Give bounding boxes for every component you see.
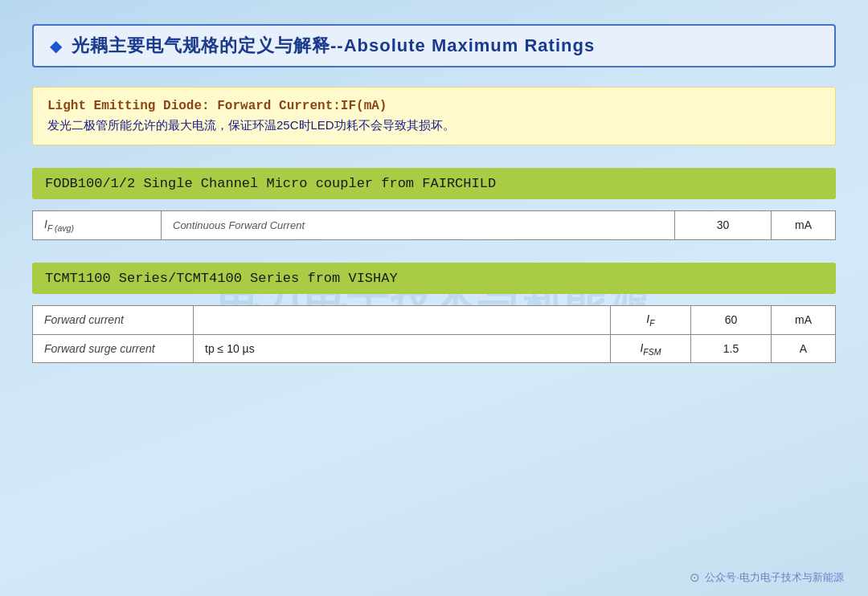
vishay-row1-description <box>194 305 611 334</box>
fairchild-unit: mA <box>772 211 836 240</box>
info-box: Light Emitting Diode: Forward Current:IF… <box>32 87 836 145</box>
fairchild-section-label: FODB100/1/2 Single Channel Micro coupler… <box>32 168 836 199</box>
fairchild-value: 30 <box>675 211 772 240</box>
table-row: Forward surge current tp ≤ 10 µs IFSM 1.… <box>33 334 836 363</box>
vishay-section-label: TCMT1100 Series/TCMT4100 Series from VIS… <box>32 263 836 294</box>
bottom-watermark: ⊙ 公众号·电力电子技术与新能源 <box>690 570 844 585</box>
table-row: Forward current IF 60 mA <box>33 305 836 334</box>
page-title: 光耦主要电气规格的定义与解释--Absolute Maximum Ratings <box>72 34 595 58</box>
info-box-label: Light Emitting Diode: Forward Current:IF… <box>47 99 821 113</box>
fairchild-description: Continuous Forward Current <box>162 211 675 240</box>
vishay-row1-parameter: Forward current <box>33 305 194 334</box>
fairchild-table: IF (avg) Continuous Forward Current 30 m… <box>32 210 836 240</box>
vishay-row1-unit: mA <box>772 305 836 334</box>
vishay-row1-value: 60 <box>691 305 772 334</box>
vishay-row2-unit: A <box>772 334 836 363</box>
fairchild-param: IF (avg) <box>33 211 162 240</box>
info-box-description: 发光二极管所能允许的最大电流，保证环温25C时LED功耗不会导致其损坏。 <box>47 118 821 133</box>
bottom-watermark-text: 公众号·电力电子技术与新能源 <box>705 570 844 585</box>
vishay-row2-condition: tp ≤ 10 µs <box>194 334 611 363</box>
title-diamond-icon: ◆ <box>50 36 62 55</box>
vishay-table: Forward current IF 60 mA Forward surge c… <box>32 305 836 364</box>
vishay-row2-value: 1.5 <box>691 334 772 363</box>
wechat-icon: ⊙ <box>690 570 700 585</box>
vishay-row2-parameter: Forward surge current <box>33 334 194 363</box>
table-row: IF (avg) Continuous Forward Current 30 m… <box>33 211 836 240</box>
title-bar: ◆ 光耦主要电气规格的定义与解释--Absolute Maximum Ratin… <box>32 24 836 67</box>
vishay-row2-symbol: IFSM <box>611 334 691 363</box>
vishay-row1-symbol: IF <box>611 305 691 334</box>
